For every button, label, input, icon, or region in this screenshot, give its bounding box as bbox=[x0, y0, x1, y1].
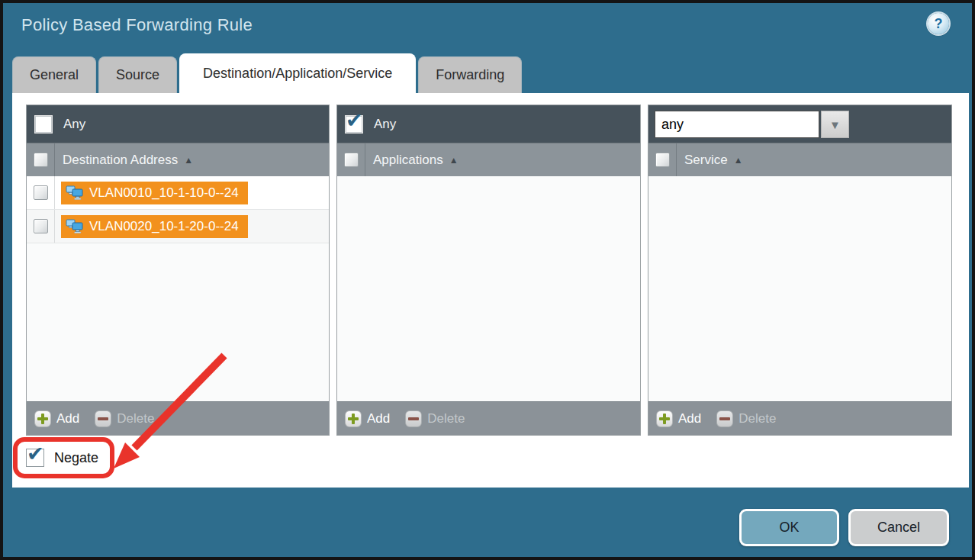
applications-list bbox=[337, 176, 640, 401]
dropdown-button[interactable]: ▼ bbox=[821, 111, 849, 138]
address-object-chip[interactable]: VLAN0010_10-1-10-0--24 bbox=[61, 182, 248, 204]
applications-delete-button[interactable]: Delete bbox=[405, 410, 465, 427]
destination-delete-button[interactable]: Delete bbox=[95, 410, 154, 427]
delete-icon bbox=[716, 410, 733, 427]
row-checkbox[interactable] bbox=[34, 185, 48, 200]
address-object-chip[interactable]: VLAN0020_10-1-20-0--24 bbox=[61, 215, 248, 238]
destination-panel: Any Destination Address ▲ bbox=[26, 105, 330, 436]
service-delete-button[interactable]: Delete bbox=[716, 410, 776, 427]
applications-column-header: Applications ▲ bbox=[337, 143, 640, 176]
destination-select-all-checkbox[interactable] bbox=[34, 153, 48, 167]
applications-column-label[interactable]: Applications bbox=[373, 153, 443, 168]
help-icon[interactable]: ? bbox=[928, 13, 949, 34]
sort-asc-icon: ▲ bbox=[449, 155, 459, 166]
delete-icon bbox=[95, 410, 111, 427]
service-add-button[interactable]: Add bbox=[656, 410, 701, 427]
check-icon: ✔ bbox=[27, 444, 44, 465]
applications-footer: Add Delete bbox=[337, 401, 640, 435]
sort-asc-icon: ▲ bbox=[734, 155, 743, 166]
destination-row-1: VLAN0010_10-1-10-0--24 bbox=[27, 176, 329, 210]
row-checkbox[interactable] bbox=[34, 219, 48, 233]
service-footer: Add Delete bbox=[648, 401, 951, 435]
tab-content: Any Destination Address ▲ bbox=[12, 93, 969, 488]
service-dropdown-value[interactable]: any bbox=[655, 111, 819, 138]
tab-bar: General Source Destination/Application/S… bbox=[12, 53, 524, 93]
network-address-icon bbox=[66, 219, 84, 233]
dialog-title: Policy Based Forwarding Rule bbox=[21, 15, 253, 35]
applications-any-bar: ✔ Any bbox=[337, 105, 640, 143]
delete-icon bbox=[405, 410, 422, 427]
service-column-label[interactable]: Service bbox=[684, 153, 728, 168]
destination-add-button[interactable]: Add bbox=[34, 410, 79, 427]
service-column-header: Service ▲ bbox=[648, 143, 951, 176]
service-select-all-checkbox[interactable] bbox=[655, 153, 670, 167]
applications-any-label: Any bbox=[374, 117, 396, 132]
destination-row-2: VLAN0020_10-1-20-0--24 bbox=[27, 210, 329, 243]
destination-footer: Add Delete bbox=[27, 401, 329, 435]
destination-list: VLAN0010_10-1-10-0--24 VLAN0020_10-1 bbox=[27, 176, 329, 401]
applications-any-checkbox[interactable]: ✔ bbox=[345, 115, 363, 134]
chevron-down-icon: ▼ bbox=[829, 118, 841, 131]
negate-checkbox[interactable]: ✔ bbox=[26, 449, 44, 467]
tab-general[interactable]: General bbox=[12, 56, 96, 93]
add-icon bbox=[345, 410, 362, 427]
tab-forwarding[interactable]: Forwarding bbox=[418, 56, 522, 93]
negate-label: Negate bbox=[54, 450, 98, 466]
help-glyph: ? bbox=[935, 17, 943, 31]
destination-any-label: Any bbox=[63, 117, 85, 132]
destination-column-header: Destination Address ▲ bbox=[27, 143, 329, 176]
titlebar: Policy Based Forwarding Rule ? bbox=[3, 3, 972, 50]
applications-panel: ✔ Any Applications ▲ Add Delete bbox=[336, 105, 641, 436]
network-address-icon bbox=[66, 185, 84, 200]
sort-asc-icon: ▲ bbox=[184, 155, 193, 166]
destination-column-label[interactable]: Destination Address bbox=[63, 153, 178, 168]
pbf-rule-dialog: Policy Based Forwarding Rule ? General S… bbox=[0, 0, 975, 560]
service-list bbox=[648, 176, 951, 401]
address-object-label: VLAN0020_10-1-20-0--24 bbox=[89, 219, 239, 234]
applications-select-all-checkbox[interactable] bbox=[344, 153, 359, 167]
applications-add-button[interactable]: Add bbox=[345, 410, 390, 427]
negate-highlight-annotation: ✔ Negate bbox=[13, 437, 114, 478]
service-dropdown[interactable]: any ▼ bbox=[655, 111, 849, 138]
tab-destination-application-service[interactable]: Destination/Application/Service bbox=[179, 53, 416, 93]
service-panel: any ▼ Service ▲ Add Delete bbox=[648, 105, 952, 436]
tab-source[interactable]: Source bbox=[98, 56, 177, 93]
destination-any-bar: Any bbox=[27, 105, 329, 143]
service-dropdown-bar: any ▼ bbox=[648, 105, 951, 143]
check-icon: ✔ bbox=[346, 111, 363, 131]
address-object-label: VLAN0010_10-1-10-0--24 bbox=[89, 185, 239, 201]
add-icon bbox=[34, 410, 51, 427]
ok-button[interactable]: OK bbox=[739, 509, 839, 546]
cancel-button[interactable]: Cancel bbox=[848, 509, 949, 546]
destination-any-checkbox[interactable] bbox=[34, 115, 53, 134]
add-icon bbox=[656, 410, 673, 427]
